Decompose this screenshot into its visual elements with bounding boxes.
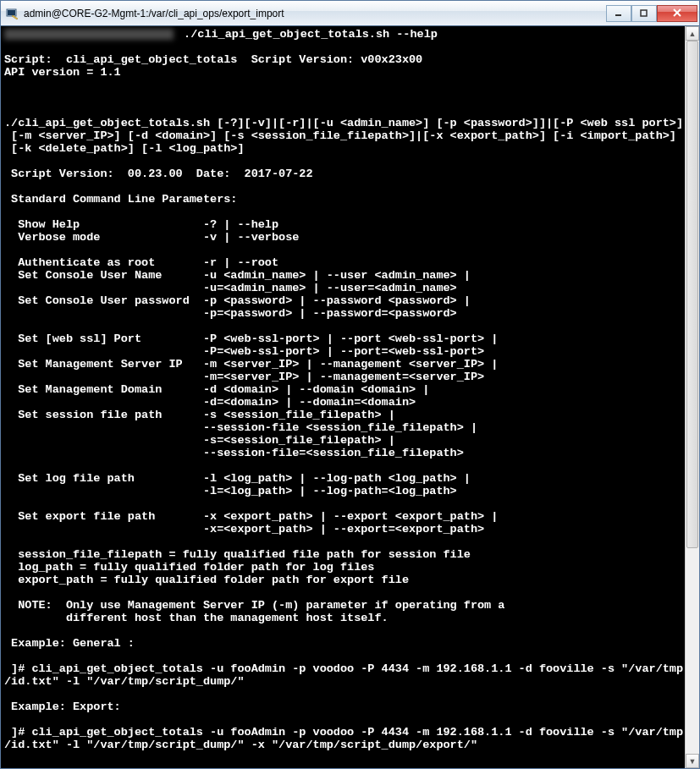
terminal-line: [4, 688, 681, 700]
main-window: admin@CORE-G2-Mgmt-1:/var/cli_api_ops/ex…: [0, 0, 700, 769]
svg-rect-3: [641, 10, 647, 16]
terminal-line: [4, 650, 681, 662]
terminal-line: session_file_filepath = fully qualified …: [4, 548, 681, 561]
client-area: ./cli_api_get_object_totals.sh --help Sc…: [1, 26, 699, 768]
terminal-line: /id.txt" -l "/var/tmp/script_dump/": [4, 675, 681, 688]
redacted-prompt: [4, 29, 174, 40]
terminal-line: [4, 79, 681, 91]
svg-rect-1: [8, 10, 15, 15]
terminal-line: Show Help -? | --help: [4, 218, 681, 231]
terminal-line: [4, 586, 681, 599]
terminal-line: Set Management Domain -d <domain> | --do…: [4, 383, 681, 396]
maximize-button[interactable]: [631, 5, 657, 22]
terminal-line: [4, 244, 681, 256]
terminal-line: log_path = fully qualified folder path f…: [4, 561, 681, 574]
terminal-line: [4, 459, 681, 472]
terminal-line: Verbose mode -v | --verbose: [4, 231, 681, 244]
terminal-line: -s=<session_file_filepath> |: [4, 434, 681, 447]
terminal-line: [4, 41, 681, 53]
terminal-line: -u=<admin_name> | --user=<admin_name>: [4, 282, 681, 294]
terminal-line: [4, 713, 681, 726]
terminal-line: -x=<export_path> | --export=<export_path…: [4, 523, 681, 536]
terminal-line: [-m <server_IP>] [-d <domain>] [-s <sess…: [4, 129, 681, 142]
scrollbar: ▲ ▼: [685, 26, 699, 768]
terminal-line: Set [web ssl] Port -P <web-ssl-port> | -…: [4, 332, 681, 345]
terminal-line: Set session file path -s <session_file_f…: [4, 409, 681, 421]
terminal-line: Authenticate as root -r | --root: [4, 256, 681, 269]
terminal-line: different host than the management host …: [4, 612, 681, 624]
terminal-line: [4, 91, 681, 104]
terminal-line: Set Console User Name -u <admin_name> | …: [4, 269, 681, 282]
terminal-line: -d=<domain> | --domain=<domain>: [4, 396, 681, 409]
close-button[interactable]: [657, 5, 697, 22]
terminal-line: [4, 751, 681, 764]
scroll-thumb[interactable]: [686, 41, 698, 548]
scroll-up-button[interactable]: ▲: [686, 26, 699, 41]
terminal-line: Standard Command Line Parameters:: [4, 193, 681, 206]
terminal-line: /id.txt" -l "/var/tmp/script_dump/" -x "…: [4, 739, 681, 751]
window-title: admin@CORE-G2-Mgmt-1:/var/cli_api_ops/ex…: [24, 8, 606, 19]
terminal-line: Set Console User password -p <password> …: [4, 294, 681, 307]
terminal-line: [4, 497, 681, 510]
terminal-line: -l=<log_path> | --log-path=<log_path>: [4, 485, 681, 497]
terminal-line: Script Version: 00.23.00 Date: 2017-07-2…: [4, 168, 681, 180]
terminal-line: [4, 155, 681, 168]
terminal-line: Script: cli_api_get_object_totals Script…: [4, 53, 681, 66]
terminal-line: [4, 104, 681, 117]
terminal-line: Set Management Server IP -m <server_IP> …: [4, 358, 681, 371]
terminal-line: Set export file path -x <export_path> | …: [4, 510, 681, 523]
terminal-line: [4, 180, 681, 193]
terminal-line: Example: Export:: [4, 700, 681, 713]
terminal-line: Set log file path -l <log_path> | --log-…: [4, 472, 681, 485]
terminal-line: API version = 1.1: [4, 66, 681, 79]
terminal-line: [4, 536, 681, 548]
window-buttons: [606, 5, 697, 22]
terminal-line: [-k <delete_path>] [-l <log_path>]: [4, 142, 681, 155]
minimize-button[interactable]: [606, 5, 631, 22]
terminal-line: [4, 206, 681, 218]
terminal-line: -P=<web-ssl-port> | --port=<web-ssl-port…: [4, 345, 681, 358]
terminal-line: ./cli_api_get_object_totals.sh [-?][-v]|…: [4, 117, 681, 129]
scroll-down-button[interactable]: ▼: [686, 754, 699, 768]
terminal-line: NOTE: Only use Management Server IP (-m)…: [4, 599, 681, 612]
terminal-line: export_path = fully qualified folder pat…: [4, 574, 681, 586]
terminal-output[interactable]: ./cli_api_get_object_totals.sh --help Sc…: [1, 26, 685, 768]
terminal-line: [4, 320, 681, 332]
terminal-line: --session-file <session_file_filepath> |: [4, 421, 681, 434]
scroll-track[interactable]: [686, 41, 699, 754]
terminal-line: [4, 624, 681, 637]
terminal-line: ]# cli_api_get_object_totals -u fooAdmin…: [4, 726, 681, 739]
putty-icon: [6, 7, 19, 20]
terminal-line: Example: General :: [4, 637, 681, 650]
terminal-line: ./cli_api_get_object_totals.sh --help: [4, 28, 681, 41]
terminal-line: -p=<password> | --password=<password>: [4, 307, 681, 320]
titlebar[interactable]: admin@CORE-G2-Mgmt-1:/var/cli_api_ops/ex…: [1, 1, 699, 26]
terminal-line: -m=<server_IP> | --management=<server_IP…: [4, 371, 681, 383]
terminal-line: ]# cli_api_get_object_totals -u fooAdmin…: [4, 662, 681, 675]
terminal-line: --session-file=<session_file_filepath>: [4, 447, 681, 459]
